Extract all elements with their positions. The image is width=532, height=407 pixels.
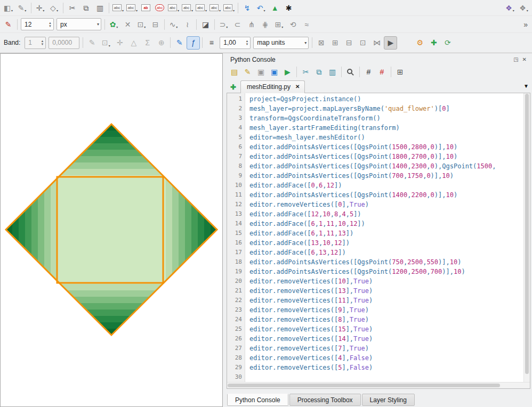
mesh-expression-icon[interactable]: ƒ bbox=[187, 36, 200, 50]
map-canvas[interactable] bbox=[0, 53, 223, 407]
dropdown-arrow-icon[interactable]: ▾ bbox=[144, 25, 146, 29]
mesh-select-tool-icon[interactable]: ▶ bbox=[384, 36, 397, 50]
paste-icon[interactable]: ▥ bbox=[326, 66, 338, 78]
georeferencer-icon[interactable]: ❖▾ bbox=[503, 1, 517, 14]
mesh-calculator-icon[interactable]: ❖▾ bbox=[517, 1, 530, 14]
interpolation-lines-icon[interactable]: ≡ bbox=[205, 36, 218, 50]
dropdown-arrow-icon[interactable]: ▾ bbox=[122, 9, 124, 12]
transform-mesh-vertices-icon[interactable]: ✛ bbox=[113, 36, 126, 50]
deselect-features-icon[interactable]: ⊟ bbox=[149, 18, 162, 31]
save-script-icon[interactable]: ▣ bbox=[255, 66, 267, 78]
new-editor-icon[interactable]: ✚ bbox=[230, 84, 236, 91]
snapping-options-icon[interactable]: ∿▾ bbox=[167, 18, 180, 31]
spinner-arrows-icon[interactable]: ▲▼ bbox=[41, 39, 44, 46]
grass-tools-icon[interactable]: ▲ bbox=[268, 1, 281, 14]
dropdown-arrow-icon[interactable]: ▾ bbox=[263, 9, 265, 12]
mesh-tool-3-icon[interactable]: ⊟ bbox=[342, 36, 356, 50]
dock-tab-layer-styling[interactable]: Layer Styling bbox=[362, 394, 415, 406]
split-parts-icon[interactable]: ⋕ bbox=[259, 18, 272, 31]
float-panel-icon[interactable]: ◳ bbox=[513, 57, 518, 62]
tab-meshediting[interactable]: meshEditing.py ✕ bbox=[240, 80, 305, 93]
editor-options-icon[interactable]: ▼ bbox=[523, 83, 529, 89]
move-feature-icon[interactable]: ✛▾ bbox=[34, 1, 47, 14]
toggle-labels-icon[interactable]: abc bbox=[153, 1, 166, 14]
dropdown-arrow-icon[interactable]: ▾ bbox=[233, 9, 235, 12]
cut-icon[interactable]: ✂ bbox=[300, 66, 312, 78]
change-label-icon[interactable]: abc▾ bbox=[222, 1, 236, 14]
close-tab-icon[interactable]: ✕ bbox=[295, 84, 300, 89]
mesh-tool-2-icon[interactable]: ⊞ bbox=[328, 36, 342, 50]
refine-mesh-faces-icon[interactable]: △ bbox=[127, 36, 140, 50]
dropdown-arrow-icon[interactable]: ▾ bbox=[226, 25, 228, 29]
topology-checker-icon[interactable]: ◧▾ bbox=[2, 1, 15, 14]
uncomment-icon[interactable]: # bbox=[376, 66, 388, 78]
spinner-arrows-icon[interactable]: ▲▼ bbox=[49, 21, 52, 28]
tracing-icon[interactable]: ≀ bbox=[181, 18, 194, 31]
dropdown-arrow-icon[interactable]: ▾ bbox=[191, 9, 193, 12]
vertex-tool-icon[interactable]: ◇▾ bbox=[47, 1, 61, 14]
layer-labeling-options-icon[interactable]: abc▾ bbox=[111, 1, 125, 14]
style-manager-icon[interactable]: ✿▾ bbox=[107, 18, 120, 31]
band-spinbox[interactable]: 1▲▼ bbox=[25, 37, 46, 49]
split-features-icon[interactable]: ⋔ bbox=[245, 18, 258, 31]
digitizing-pencil-icon[interactable]: ✎▾ bbox=[15, 1, 29, 14]
dropdown-arrow-icon[interactable]: ▾ bbox=[527, 9, 528, 12]
open-script-icon[interactable]: ▤ bbox=[228, 66, 240, 78]
dropdown-arrow-icon[interactable]: ▾ bbox=[25, 9, 26, 12]
spinner-arrows-icon[interactable]: ▲▼ bbox=[245, 39, 248, 46]
dock-tab-python-console[interactable]: Python Console bbox=[227, 394, 288, 406]
layer-diagram-options-icon[interactable]: abc▾ bbox=[125, 1, 139, 14]
run-script-icon[interactable]: ▶ bbox=[281, 66, 294, 78]
rotate-label-icon[interactable]: abc▾ bbox=[208, 1, 222, 14]
dropdown-arrow-icon[interactable]: ▾ bbox=[136, 9, 138, 12]
edit-mesh-pencil-icon[interactable]: ✎ bbox=[173, 36, 186, 50]
map-refresh-icon[interactable]: ↯ bbox=[240, 1, 254, 14]
force-by-lines-icon[interactable]: ⊕ bbox=[155, 36, 168, 50]
select-features-icon[interactable]: ⊡▾ bbox=[135, 18, 148, 31]
mesh-tool-1-icon[interactable]: ⊠ bbox=[315, 36, 328, 50]
horizontal-scrollbar-handle[interactable] bbox=[228, 384, 500, 387]
symbol-size-spinbox[interactable]: 12▲▼ bbox=[21, 18, 54, 30]
north-arrow-icon[interactable]: ◪ bbox=[199, 18, 212, 31]
object-inspector-icon[interactable]: ⊞ bbox=[394, 66, 406, 78]
offset-curve-icon[interactable]: ⊃▾ bbox=[217, 18, 230, 31]
copy-icon[interactable]: ⧉ bbox=[313, 66, 325, 78]
cut-features-icon[interactable]: ✂ bbox=[66, 1, 79, 14]
refresh-mesh-icon[interactable]: ⟳ bbox=[441, 36, 454, 50]
paste-features-icon[interactable]: ▥ bbox=[93, 1, 107, 14]
mesh-units-combo[interactable]: map units▾ bbox=[253, 37, 309, 49]
toolbar-extension-icon[interactable]: » bbox=[521, 20, 530, 29]
dropdown-arrow-icon[interactable]: ▾ bbox=[205, 9, 207, 12]
dropdown-arrow-icon[interactable]: ▾ bbox=[176, 25, 178, 29]
dropdown-arrow-icon[interactable]: ▾ bbox=[116, 25, 118, 29]
delete-selected-icon[interactable]: ✕ bbox=[121, 18, 134, 31]
settings-gear-icon[interactable]: ⚙ bbox=[413, 36, 426, 50]
show-hidden-labels-icon[interactable]: abc▾ bbox=[181, 1, 194, 14]
chevron-down-icon[interactable]: ▾ bbox=[94, 22, 99, 27]
select-mesh-elements-icon[interactable]: ⊡▾ bbox=[99, 36, 112, 50]
reshape-features-icon[interactable]: ⊂ bbox=[231, 18, 244, 31]
digitize-mesh-icon[interactable]: ✎ bbox=[85, 36, 99, 50]
pin-labels-icon[interactable]: abc▾ bbox=[167, 1, 180, 14]
move-label-icon[interactable]: abc▾ bbox=[195, 1, 208, 14]
dropdown-arrow-icon[interactable]: ▾ bbox=[281, 25, 283, 29]
code-area[interactable]: project=QgsProject.instance()mesh_layer=… bbox=[245, 93, 523, 382]
save-as-icon[interactable]: ▣ bbox=[268, 66, 280, 78]
mesh-width-spinbox[interactable]: 1,00▲▼ bbox=[220, 37, 251, 49]
delaunay-triangulation-icon[interactable]: Σ bbox=[141, 36, 154, 50]
find-text-icon[interactable] bbox=[344, 66, 357, 78]
dropdown-arrow-icon[interactable]: ▾ bbox=[11, 9, 13, 12]
merge-features-icon[interactable]: ⊞▾ bbox=[272, 18, 286, 31]
add-mesh-layer-icon[interactable]: ✚ bbox=[427, 36, 440, 50]
highlight-unplaced-labels-icon[interactable]: ab bbox=[139, 1, 152, 14]
vertical-scrollbar-handle[interactable] bbox=[525, 94, 529, 374]
undo-icon[interactable]: ↶▾ bbox=[254, 1, 268, 14]
copy-features-icon[interactable]: ⧉ bbox=[79, 1, 93, 14]
dropdown-arrow-icon[interactable]: ▾ bbox=[178, 9, 179, 12]
dropdown-arrow-icon[interactable]: ▾ bbox=[109, 44, 110, 47]
style-edit-icon[interactable]: ✎ bbox=[2, 18, 15, 31]
dropdown-arrow-icon[interactable]: ▾ bbox=[57, 9, 58, 12]
dropdown-arrow-icon[interactable]: ▾ bbox=[219, 9, 221, 12]
symbol-unit-combo[interactable]: px▾ bbox=[57, 18, 101, 30]
vertical-scrollbar[interactable] bbox=[523, 93, 530, 382]
